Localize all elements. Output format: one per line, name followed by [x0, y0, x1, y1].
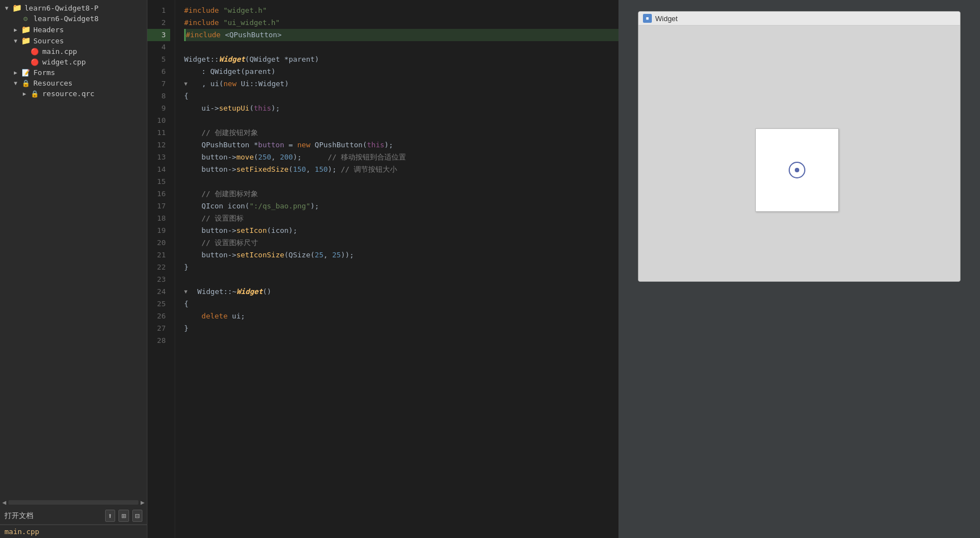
open-doc-icons: ⬆ ⊞ ⊟ [105, 510, 142, 522]
code-line-26: delete ui; [184, 310, 618, 322]
ln-4: 4 [147, 41, 170, 53]
forms-label: Forms [33, 68, 55, 77]
resource-qrc-icon: 🔒 [29, 90, 40, 98]
ln-9: 9 [147, 102, 170, 114]
open-doc-bar: 打开文档 ⬆ ⊞ ⊟ [0, 507, 147, 525]
tree-project-file[interactable]: ⚙ learn6-Qwidget8 [0, 13, 147, 24]
ln-23: 23 [147, 273, 170, 286]
ln-12: 12 [147, 139, 170, 151]
code-line-6: : QWidget(parent) [184, 66, 618, 78]
widget-title: Widget [655, 14, 677, 23]
code-line-8: { [184, 90, 618, 102]
code-line-11: // 创建按钮对象 [184, 127, 618, 139]
code-line-28 [184, 335, 618, 347]
cpp-file-icon: ⚙ [20, 14, 31, 23]
widget-body [639, 26, 960, 281]
ln-17: 17 [147, 200, 170, 212]
ln-1: 1 [147, 4, 170, 17]
file-tree: ▼ 📁 learn6-Qwidget8-P ⚙ learn6-Qwidget8 … [0, 0, 147, 497]
project-file-label: learn6-Qwidget8 [33, 14, 98, 23]
code-line-3: #include <QPushButton> [184, 29, 618, 41]
scroll-left-arrow[interactable]: ◀ [0, 499, 8, 506]
widget-titlebar: ■ Widget [639, 12, 960, 26]
arrow-forms: ▶ [11, 69, 20, 76]
ln-2: 2 [147, 17, 170, 29]
code-content: 1 2 3 4 5 6 7 8 9 10 11 12 13 14 15 16 1… [147, 0, 618, 538]
doc-nav-up-btn[interactable]: ⬆ [105, 510, 115, 522]
widget-titlebar-icon: ■ [643, 14, 652, 23]
ln-6: 6 [147, 66, 170, 78]
doc-collapse-btn[interactable]: ⊟ [132, 510, 142, 522]
project-label: learn6-Qwidget8-P [24, 4, 98, 12]
headers-label: Headers [33, 26, 64, 34]
doc-add-btn[interactable]: ⊞ [118, 510, 128, 522]
code-line-18: // 设置图标 [184, 212, 618, 225]
code-line-13: button->move(250, 200); // 移动按钮到合适位置 [184, 151, 618, 163]
horizontal-scrollbar[interactable]: ◀ ▶ [0, 497, 147, 507]
ln-7: 7 [147, 78, 170, 90]
ln-20: 20 [147, 237, 170, 249]
arrow-headers: ▶ [11, 27, 20, 33]
scroll-right-arrow[interactable]: ▶ [138, 499, 147, 506]
widget-cpp-label: widget.cpp [42, 58, 86, 66]
code-line-25: { [184, 298, 618, 310]
ln-24: 24 [147, 286, 170, 298]
code-line-12: QPushButton *button = new QPushButton(th… [184, 139, 618, 151]
code-line-1: #include "widget.h" [184, 4, 618, 17]
ln-21: 21 [147, 249, 170, 261]
code-line-15 [184, 176, 618, 188]
tree-forms[interactable]: ▶ 📝 Forms [0, 67, 147, 78]
current-file-name: main.cpp [4, 527, 39, 536]
code-line-22: } [184, 261, 618, 273]
arrow-project: ▼ [2, 5, 11, 11]
code-line-2: #include "ui_widget.h" [184, 17, 618, 29]
widget-button-preview[interactable] [755, 128, 839, 212]
ln-28: 28 [147, 335, 170, 347]
line-numbers: 1 2 3 4 5 6 7 8 9 10 11 12 13 14 15 16 1… [147, 0, 175, 538]
tree-resource-qrc[interactable]: ▶ 🔒 resource.qrc [0, 88, 147, 99]
code-line-4 [184, 41, 618, 53]
widget-window: ■ Widget [638, 11, 961, 282]
code-lines[interactable]: #include "widget.h" #include "ui_widget.… [175, 0, 618, 538]
tree-project-root[interactable]: ▼ 📁 learn6-Qwidget8-P [0, 2, 147, 13]
scroll-track[interactable] [8, 500, 138, 505]
ln-8: 8 [147, 90, 170, 102]
sources-folder-icon: 📁 [20, 36, 31, 45]
code-line-17: QIcon icon(":/qs_bao.png"); [184, 200, 618, 212]
ln-10: 10 [147, 114, 170, 127]
arrow-resources: ▼ [11, 80, 20, 86]
folder-icon: 📁 [11, 3, 22, 12]
resources-label: Resources [33, 79, 72, 87]
widget-cpp-icon: 🔴 [29, 58, 40, 66]
arrow-qrc: ▶ [20, 91, 29, 97]
tree-sources[interactable]: ▼ 📁 Sources [0, 35, 147, 46]
sources-label: Sources [33, 37, 64, 45]
ln-5: 5 [147, 53, 170, 66]
resource-qrc-label: resource.qrc [42, 89, 95, 98]
forms-folder-icon: 📝 [20, 69, 31, 77]
code-line-5: Widget::Widget(QWidget *parent) [184, 53, 618, 66]
ln-13: 13 [147, 151, 170, 163]
ln-15: 15 [147, 176, 170, 188]
ln-19: 19 [147, 225, 170, 237]
ln-26: 26 [147, 310, 170, 322]
code-line-20: // 设置图标尺寸 [184, 237, 618, 249]
tree-headers[interactable]: ▶ 📁 Headers [0, 24, 147, 35]
sidebar: ▼ 📁 learn6-Qwidget8-P ⚙ learn6-Qwidget8 … [0, 0, 147, 538]
ln-18: 18 [147, 212, 170, 225]
tree-resources[interactable]: ▼ 🔒 Resources [0, 78, 147, 88]
ln-22: 22 [147, 261, 170, 273]
tree-main-cpp[interactable]: 🔴 main.cpp [0, 46, 147, 57]
main-cpp-icon: 🔴 [29, 48, 40, 56]
code-line-27: } [184, 322, 618, 335]
code-editor: 1 2 3 4 5 6 7 8 9 10 11 12 13 14 15 16 1… [147, 0, 618, 538]
ln-11: 11 [147, 127, 170, 139]
ln-27: 27 [147, 322, 170, 335]
code-line-19: button->setIcon(icon); [184, 225, 618, 237]
ln-3: 3 [147, 29, 170, 41]
ln-16: 16 [147, 188, 170, 200]
headers-folder-icon: 📁 [20, 25, 31, 34]
tree-widget-cpp[interactable]: 🔴 widget.cpp [0, 57, 147, 67]
ln-25: 25 [147, 298, 170, 310]
open-doc-label: 打开文档 [4, 511, 105, 521]
